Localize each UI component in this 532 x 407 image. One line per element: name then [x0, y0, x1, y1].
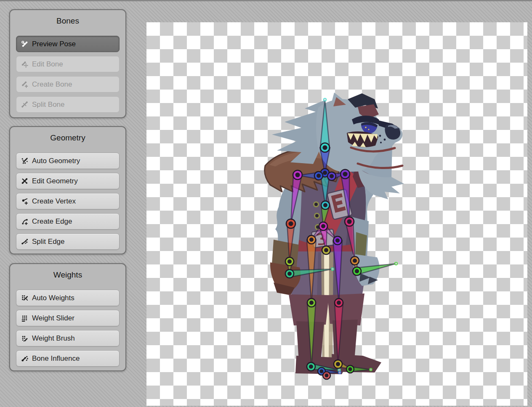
button-label: Edit Geometry [32, 177, 78, 185]
bone-tip-toe-left [338, 371, 341, 374]
bone-tip-head [324, 98, 326, 101]
edit-geometry-icon [21, 177, 28, 185]
split-edge-button[interactable]: Split Edge [16, 233, 120, 250]
joint-ankle-left[interactable] [307, 362, 315, 371]
right-bracer [355, 232, 367, 257]
button-label: Edit Bone [32, 60, 63, 69]
joint-hand-right[interactable] [353, 267, 361, 275]
button-label: Create Bone [32, 80, 72, 89]
button-label: Create Edge [32, 217, 72, 226]
joint-knee-left[interactable] [307, 299, 316, 307]
button-label: Auto Geometry [32, 157, 80, 165]
bone-tip-fingers-left [331, 268, 334, 270]
joint-wrist-left[interactable] [285, 257, 294, 266]
weights-panel: Weights Auto WeightsWeight SliderWeight … [9, 263, 126, 371]
joint-spine-low[interactable] [319, 222, 327, 230]
button-label: Weight Slider [32, 314, 74, 322]
weight-slider-icon [21, 314, 28, 322]
bones-panel-title: Bones [10, 10, 125, 26]
eye-glint [365, 127, 367, 128]
create-edge-button[interactable]: Create Edge [16, 213, 120, 230]
joint-knee-right[interactable] [335, 299, 343, 307]
weights-panel-title: Weights [10, 264, 125, 280]
weight-brush-icon [21, 335, 28, 342]
joint-hip-right[interactable] [333, 236, 342, 245]
joint-hip-left[interactable] [307, 235, 316, 244]
create-vertex-icon [21, 198, 28, 205]
geometry-panel-buttons: Auto GeometryEdit GeometryCreate VertexC… [10, 153, 125, 250]
joint-elbow-left[interactable] [286, 219, 295, 228]
button-label: Create Vertex [32, 197, 76, 206]
split-bone-icon [21, 101, 28, 108]
preview-pose-icon [21, 40, 28, 48]
create-edge-icon [21, 218, 28, 225]
geometry-panel: Geometry Auto GeometryEdit GeometryCreat… [9, 126, 126, 254]
weights-panel-buttons: Auto WeightsWeight SliderWeight BrushBon… [10, 290, 125, 367]
edit-geometry-button[interactable]: Edit Geometry [16, 173, 120, 189]
sprite-canvas[interactable] [146, 22, 527, 406]
character-sprite [265, 92, 404, 374]
joint-foot-right-mid[interactable] [346, 365, 354, 373]
joint-root[interactable] [323, 372, 330, 379]
auto-weights-icon [21, 294, 28, 301]
button-label: Split Edge [32, 238, 65, 246]
weight-brush-button[interactable]: Weight Brush [16, 330, 120, 346]
bone-influence-button[interactable]: Bone Influence [16, 350, 120, 367]
joint-chest-right[interactable] [327, 172, 336, 180]
button-label: Split Bone [32, 100, 65, 109]
joint-hand-left[interactable] [285, 270, 294, 278]
eye-glint-2 [368, 129, 370, 130]
button-label: Preview Pose [32, 40, 76, 48]
bone-influence-icon [21, 355, 28, 362]
create-bone-button[interactable]: Create Bone [16, 76, 120, 92]
window-top-edge [0, 0, 532, 1]
weight-slider-button[interactable]: Weight Slider [16, 310, 120, 326]
joint-spine-mid[interactable] [321, 201, 330, 209]
geometry-panel-title: Geometry [10, 127, 125, 143]
auto-weights-button[interactable]: Auto Weights [16, 290, 120, 306]
joint-pelvis-end[interactable] [322, 246, 330, 254]
preview-pose-button[interactable]: Preview Pose [16, 36, 120, 52]
bone-tip-toe-right [370, 368, 372, 371]
bones-panel: Bones Preview PoseEdit BoneCreate BoneSp… [9, 9, 126, 118]
edit-bone-button[interactable]: Edit Bone [16, 56, 120, 72]
create-vertex-button[interactable]: Create Vertex [16, 193, 120, 209]
bone-tip-fingers-right [395, 262, 397, 265]
bones-panel-buttons: Preview PoseEdit BoneCreate BoneSplit Bo… [10, 36, 125, 113]
joint-shoulder-right[interactable] [340, 169, 350, 179]
auto-geometry-icon [21, 157, 28, 164]
auto-geometry-button[interactable]: Auto Geometry [16, 153, 120, 169]
split-bone-button[interactable]: Split Bone [16, 96, 120, 113]
joint-neck[interactable] [320, 143, 330, 152]
joint-wrist-right[interactable] [351, 256, 359, 265]
button-label: Bone Influence [32, 354, 80, 363]
joint-ankle-right[interactable] [334, 360, 342, 368]
split-edge-icon [21, 238, 28, 245]
joint-elbow-right[interactable] [345, 217, 354, 226]
create-bone-icon [21, 81, 28, 88]
joint-shoulder-left[interactable] [293, 170, 302, 180]
button-label: Weight Brush [32, 334, 75, 343]
button-label: Auto Weights [32, 294, 74, 302]
edit-bone-icon [21, 61, 28, 68]
joint-chest-left[interactable] [314, 172, 323, 180]
scene-svg [146, 22, 527, 406]
